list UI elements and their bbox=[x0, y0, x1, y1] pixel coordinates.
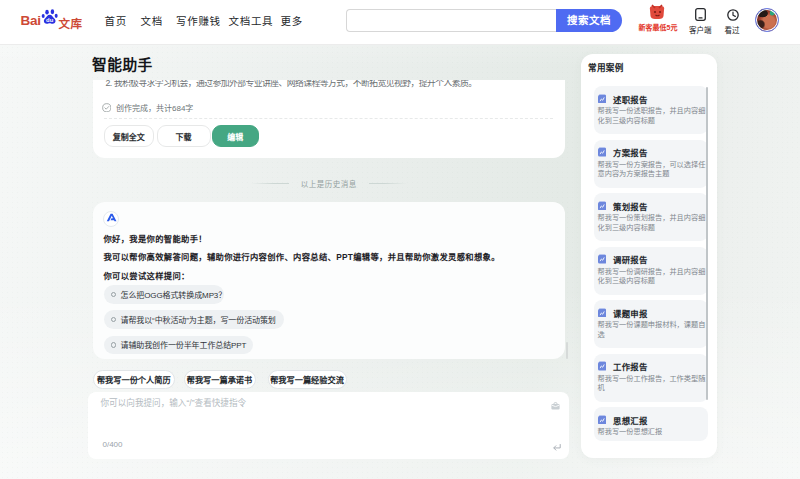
svg-text:du: du bbox=[46, 17, 54, 23]
